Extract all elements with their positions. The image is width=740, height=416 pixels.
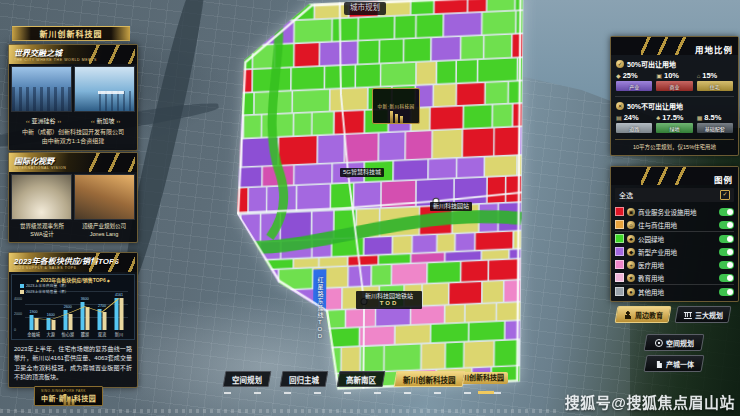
landuse-item: ⌂15%住宅 (697, 71, 733, 91)
screen: 城市规划 5G智慧科技城 新川科技园站 新川科技园地铁站 TOD 红星路东延线T… (0, 0, 740, 416)
legend-item-label: 医疗用地 (638, 260, 716, 270)
photo-singapore (74, 66, 135, 112)
landuse-item: ▤24%道路 (616, 113, 652, 133)
residential-icon: ⌂ (627, 221, 635, 229)
section-badge-icon: ✓ (616, 60, 624, 68)
button-industry-city[interactable]: 产城一体 (644, 355, 705, 372)
caption-jones-lang: 顶级产业规划公司Jones Lang (74, 223, 134, 238)
landuse-label: 基础配套 (705, 125, 725, 132)
bottom-bar-button[interactable]: 高新南区 (337, 371, 386, 387)
legend-toggle[interactable] (719, 208, 734, 216)
panel-landuse-ratio: 用地比例 LAND USE RATIO ✓ 50%可出让用地 ◆25%产业▣10… (610, 36, 739, 156)
bar-category: 大源 (46, 331, 54, 337)
legend-row: ⌂住与商住用地 (615, 218, 734, 231)
tab-city-planning[interactable]: 城市规划 (344, 2, 386, 15)
legend-item-label: 住与商住用地 (638, 220, 716, 230)
landuse-label: 道路 (629, 125, 639, 132)
timeline-bar: 空间规划回归主城高新南区新川创新科技园 (224, 371, 524, 387)
panel-legend: 图例 LEGEND 全选 ✓ ▣商业服务业设施用地⌂住与商住用地♣公园绿地◆新型… (610, 166, 739, 302)
legend-row: ◆新型产业用地 (615, 245, 734, 258)
panel-world-line1: 中新（成都）创新科技园开发有限公司 (13, 128, 133, 137)
landuse-item-top: ♣17.5% (656, 113, 692, 122)
panel-world-header: 世界交融之城 THE CITY WHERE THE WORLD MEETS (9, 45, 137, 64)
legend-list: ▣商业服务业设施用地⌂住与商住用地♣公园绿地◆新型产业用地+医疗用地★教育用地●… (611, 205, 738, 301)
panel-international-vision: 国际化视野 INTERNATIONAL VISION 世界级景观事务所SWA设计… (8, 152, 138, 243)
button-nearby-education[interactable]: 周边教育 (615, 306, 672, 323)
chart-plot: 1900金融城1600大源2600怡心湖3600麓湖2700双流4161新川02… (25, 291, 128, 330)
landuse-color-bar: 住宅 (697, 81, 733, 91)
bar-category: 麓湖 (81, 331, 89, 337)
legend-toggle[interactable] (719, 274, 734, 282)
landmark-icon (684, 311, 692, 319)
landuse-item-top: ◆25% (616, 71, 652, 80)
bottom-bar-button-label: 空间规划 (232, 374, 262, 385)
legend-toggle[interactable] (719, 261, 734, 269)
button-spatial-planning[interactable]: 空间规划 (644, 334, 705, 351)
checkbox-icon[interactable]: ✓ (720, 190, 730, 200)
industry-icon: ◆ (627, 248, 635, 256)
panel-world-city: 世界交融之城 THE CITY WHERE THE WORLD MEETS 亚洲… (8, 44, 138, 151)
landuse-item-top: ⌂15% (697, 71, 733, 80)
legend-select-all[interactable]: 全选 ✓ (615, 188, 734, 202)
legend-color-swatch (615, 287, 624, 296)
legend-color-swatch (615, 247, 624, 256)
medical-icon: + (627, 261, 635, 269)
landuse-note: 10平方公里规划，仅15%住宅用地 (615, 139, 734, 155)
legend-toggle[interactable] (719, 221, 734, 229)
photo-industry-planning (74, 174, 135, 220)
landuse-label: 商业 (669, 83, 679, 90)
bottom-bar-button-label: 新川创新科技园 (403, 374, 456, 385)
landuse-item-top: ▣10% (656, 71, 692, 80)
legend-row: ●其他用地 (615, 284, 734, 298)
chart-legend-item: 2023上半年供应量（套） (20, 283, 69, 288)
park-logo-marker[interactable]: 中新·新川科技园 (372, 88, 420, 124)
bar-category: 双流 (98, 331, 106, 337)
landuse-item-top: ▦8.5% (697, 113, 733, 122)
landuse-percent: 24% (624, 113, 639, 122)
legend-header: 图例 LEGEND (611, 167, 738, 185)
industry-icon: ◆ (616, 72, 621, 79)
panel-market-subtitle: 2023 SUPPLY & SALES TOP6 (14, 266, 132, 270)
legend-toggle[interactable] (719, 235, 734, 243)
bottom-bar-button[interactable]: 回归主城 (280, 371, 329, 387)
zoning-map[interactable] (220, 0, 523, 399)
button-three-plans[interactable]: 三大规划 (675, 306, 732, 323)
legend-color-swatch (615, 260, 624, 269)
legend-item-label: 教育用地 (638, 273, 716, 283)
market-description: 2023年上半年，住宅市场端的复苏曲线一路攀升，新川以4161套供应量、4063… (9, 342, 137, 387)
residential-icon: ⌂ (697, 73, 701, 79)
legend-color-swatch (615, 234, 624, 243)
building-icon (655, 360, 663, 368)
tod-label-line2: TOD (358, 300, 420, 307)
chart-title: 2023年各板块供应/销售TOP6 (12, 276, 134, 283)
legend-row: ▣商业服务业设施用地 (615, 205, 734, 218)
compass-icon (655, 339, 663, 347)
y-axis-tick: 0 (14, 328, 16, 332)
landuse-title: 用地比例 (695, 45, 733, 55)
legend-row: ★教育用地 (615, 271, 734, 284)
landuse-label: 产业 (629, 83, 639, 90)
select-all-label: 全选 (619, 190, 633, 200)
legend-toggle[interactable] (719, 288, 734, 296)
landuse-item: ♣17.5%绿地 (656, 113, 692, 133)
panel-vision-title: 国际化视野 (14, 155, 132, 166)
landuse-color-bar: 产业 (616, 81, 652, 91)
landuse-item: ◆25%产业 (616, 71, 652, 91)
panel-vision-subtitle: INTERNATIONAL VISION (14, 166, 132, 170)
legend-swatch (20, 290, 24, 294)
landuse-color-bar: 绿地 (656, 123, 692, 133)
bottom-bar-button[interactable]: 新川创新科技园 (394, 371, 465, 387)
landuse-label: 住宅 (710, 83, 720, 90)
legend-item-label: 其他用地 (638, 287, 716, 297)
park-logo-text: 中新·新川科技园 (378, 103, 415, 109)
map-label-tod[interactable]: 新川科技园地铁站 TOD (356, 291, 422, 309)
legend-toggle[interactable] (719, 248, 734, 256)
bottom-bar-button[interactable]: 空间规划 (223, 371, 272, 387)
landuse-item: ▦8.5%基础配套 (697, 113, 733, 133)
landuse-color-bar: 道路 (616, 123, 652, 133)
park-icon: ♣ (627, 235, 635, 243)
panel-vision-header: 国际化视野 INTERNATIONAL VISION (9, 153, 137, 172)
landuse-section1-heading: 50%可出让用地 (627, 59, 676, 69)
panel-market-title: 2023年各板块供应/销售TOP6 (14, 255, 132, 266)
commercial-icon: ▣ (627, 208, 635, 216)
